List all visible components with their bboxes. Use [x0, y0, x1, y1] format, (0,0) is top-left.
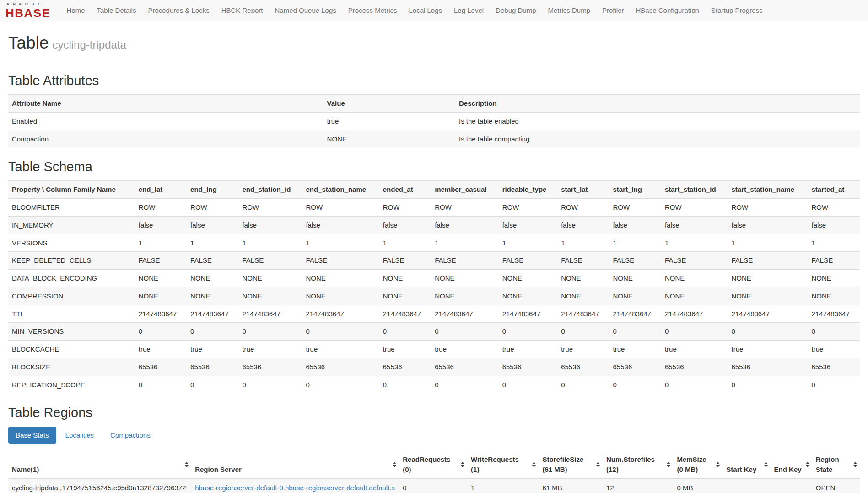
regions-column-header[interactable]: MemSize (0 MB) — [673, 451, 722, 479]
regions-column-header[interactable]: Num.Storefiles (12) — [603, 451, 673, 479]
schema-property-value-cell: ROW — [379, 199, 431, 217]
hbase-logo[interactable]: APACHE HBASE — [5, 2, 51, 19]
sort-down-arrow — [532, 465, 536, 467]
regions-column-header[interactable]: Start Key — [722, 451, 770, 479]
schema-property-value-cell: 1 — [609, 234, 661, 252]
schema-property-value-cell: 2147483647 — [135, 305, 187, 323]
region-server-link[interactable]: hbase-regionserver-default-0.hbase-regio… — [195, 484, 395, 493]
nav-item-table-details[interactable]: Table Details — [91, 0, 142, 20]
region-tab-localities[interactable]: Localities — [58, 427, 102, 444]
schema-property-value-cell: NONE — [431, 287, 499, 305]
schema-property-value-cell: 2147483647 — [187, 305, 238, 323]
schema-property-value-cell: true — [379, 341, 431, 358]
schema-property-value-cell: NONE — [379, 270, 431, 287]
schema-property-name-cell: DATA_BLOCK_ENCODING — [8, 270, 135, 287]
schema-property-value-cell: 65536 — [238, 358, 302, 376]
hbase-logo-hbase-text: HBASE — [5, 7, 51, 18]
sort-up-arrow — [393, 462, 396, 464]
regions-column-header[interactable]: StorefileSize (61 MB) — [539, 451, 603, 479]
regions-column-header[interactable]: End Key — [771, 451, 812, 479]
schema-property-row: TTL2147483647214748364721474836472147483… — [8, 305, 860, 323]
nav-item-metrics-dump[interactable]: Metrics Dump — [542, 0, 597, 20]
schema-property-value-cell: FALSE — [808, 252, 860, 270]
region-tab-compactions[interactable]: Compactions — [103, 427, 158, 444]
region-write-requests-cell: 1 — [467, 479, 539, 493]
schema-property-value-cell: true — [238, 341, 302, 358]
sort-icon — [806, 462, 809, 467]
schema-property-value-cell: 2147483647 — [557, 305, 609, 323]
schema-property-value-cell: FALSE — [187, 252, 238, 270]
region-end-key-cell — [771, 479, 812, 493]
nav-item-home[interactable]: Home — [61, 0, 91, 20]
region-name-cell: cycling-tripdata,,1719475156245.e95d0a13… — [8, 479, 191, 493]
schema-property-column-header: Property \ Column Family Name — [8, 181, 135, 199]
regions-column-header-label: ReadRequests (0) — [403, 455, 450, 473]
nav-item-hbck-report[interactable]: HBCK Report — [216, 0, 269, 20]
sort-up-arrow — [461, 462, 464, 464]
nav-item-local-logs[interactable]: Local Logs — [403, 0, 448, 20]
region-tab-base-stats[interactable]: Base Stats — [8, 427, 56, 444]
schema-property-value-cell: 2147483647 — [661, 305, 728, 323]
schema-property-value-cell: 2147483647 — [302, 305, 379, 323]
schema-property-value-cell: 1 — [135, 234, 187, 252]
nav-item-profiler[interactable]: Profiler — [596, 0, 630, 20]
schema-property-value-cell: 0 — [557, 323, 609, 341]
schema-property-value-cell: NONE — [238, 287, 302, 305]
nav-item-debug-dump[interactable]: Debug Dump — [490, 0, 542, 20]
nav-item-named-queue-logs[interactable]: Named Queue Logs — [269, 0, 342, 20]
schema-property-value-cell: FALSE — [499, 252, 558, 270]
nav-item-hbase-configuration[interactable]: HBase Configuration — [630, 0, 705, 20]
sort-down-arrow — [806, 465, 809, 467]
regions-column-header[interactable]: WriteRequests (1) — [467, 451, 539, 479]
schema-property-value-cell: 65536 — [661, 358, 728, 376]
schema-property-value-cell: NONE — [808, 287, 860, 305]
schema-property-value-cell: true — [302, 341, 379, 358]
schema-property-value-cell: 1 — [808, 234, 860, 252]
regions-column-header[interactable]: ReadRequests (0) — [399, 451, 467, 479]
schema-property-value-cell: FALSE — [431, 252, 499, 270]
schema-property-value-cell: FALSE — [238, 252, 302, 270]
nav-item-process-metrics[interactable]: Process Metrics — [342, 0, 403, 20]
regions-column-header[interactable]: Region State — [812, 451, 860, 479]
schema-property-value-cell: ROW — [557, 199, 609, 217]
nav-item-procedures-locks[interactable]: Procedures & Locks — [142, 0, 215, 20]
schema-property-value-cell: 0 — [238, 323, 302, 341]
schema-property-value-cell: 2147483647 — [728, 305, 808, 323]
schema-property-name-cell: REPLICATION_SCOPE — [8, 376, 135, 393]
schema-property-value-cell: 65536 — [302, 358, 379, 376]
schema-property-value-cell: true — [187, 341, 238, 358]
region-start-key-cell — [722, 479, 770, 493]
sort-down-arrow — [667, 465, 670, 467]
schema-property-value-cell: false — [728, 216, 808, 234]
top-navbar: APACHE HBASE HomeTable DetailsProcedures… — [0, 0, 868, 21]
sort-down-arrow — [764, 465, 768, 467]
schema-property-value-cell: true — [499, 341, 558, 358]
nav-item-startup-progress[interactable]: Startup Progress — [705, 0, 769, 20]
schema-property-value-cell: 2147483647 — [431, 305, 499, 323]
sort-up-arrow — [716, 462, 720, 464]
schema-property-value-cell: 0 — [238, 376, 302, 393]
schema-property-value-cell: false — [187, 216, 238, 234]
schema-property-value-cell: false — [609, 216, 661, 234]
schema-property-value-cell: true — [135, 341, 187, 358]
regions-column-header[interactable]: Name(1) — [8, 451, 191, 479]
hbase-logo-apache-text: APACHE — [5, 2, 51, 6]
regions-column-header-label: Region State — [816, 455, 839, 473]
schema-property-value-cell: 65536 — [499, 358, 558, 376]
schema-property-value-cell: NONE — [808, 270, 860, 287]
schema-property-value-cell: false — [431, 216, 499, 234]
nav-item-log-level[interactable]: Log Level — [448, 0, 490, 20]
attributes-column-header: Description — [455, 95, 860, 113]
schema-property-value-cell: 0 — [499, 376, 558, 393]
schema-property-value-cell: 1 — [379, 234, 431, 252]
schema-property-value-cell: 1 — [728, 234, 808, 252]
sort-icon — [596, 462, 600, 467]
schema-property-value-cell: false — [557, 216, 609, 234]
schema-property-value-cell: 0 — [379, 376, 431, 393]
schema-property-value-cell: 2147483647 — [808, 305, 860, 323]
sort-down-arrow — [461, 465, 464, 467]
schema-property-value-cell: false — [238, 216, 302, 234]
schema-property-row: VERSIONS111111111111 — [8, 234, 860, 252]
regions-column-header[interactable]: Region Server — [191, 451, 399, 479]
attributes-column-header: Attribute Name — [8, 95, 323, 113]
